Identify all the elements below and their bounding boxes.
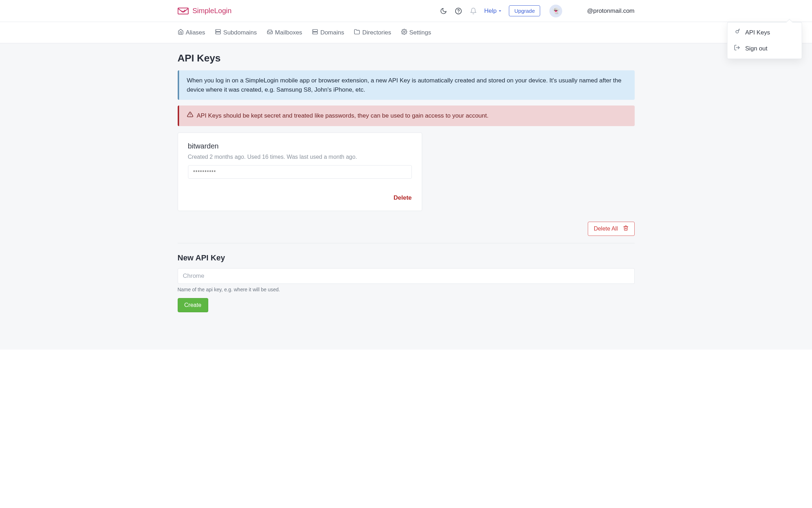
help-label: Help — [484, 7, 497, 15]
divider — [178, 243, 635, 243]
help-circle-icon[interactable] — [455, 7, 462, 15]
server-icon — [215, 29, 221, 37]
nav-mailboxes-label: Mailboxes — [275, 29, 302, 36]
api-key-name: bitwarden — [188, 142, 412, 150]
sign-out-icon — [734, 44, 740, 53]
dropdown-item-api-keys[interactable]: API Keys — [727, 25, 802, 40]
key-icon — [734, 28, 740, 37]
api-key-name-hint: Name of the api key, e.g. where it will … — [178, 287, 635, 292]
home-icon — [178, 29, 184, 37]
nav-settings-label: Settings — [409, 29, 431, 36]
create-button[interactable]: Create — [178, 298, 208, 312]
inbox-icon — [267, 29, 273, 37]
svg-point-11 — [403, 31, 405, 32]
new-api-key-title: New API Key — [178, 253, 635, 263]
dark-mode-icon[interactable] — [440, 7, 447, 15]
nav-settings[interactable]: Settings — [401, 29, 431, 37]
nav-directories-label: Directories — [362, 29, 391, 36]
nav-mailboxes[interactable]: Mailboxes — [267, 29, 302, 37]
delete-all-label: Delete All — [594, 226, 618, 232]
api-key-meta: Created 2 months ago. Used 16 times. Was… — [188, 154, 412, 160]
api-key-name-input[interactable] — [178, 268, 635, 284]
dropdown-item-sign-out[interactable]: Sign out — [727, 40, 802, 56]
gear-icon — [401, 29, 407, 37]
alert-triangle-icon — [187, 111, 193, 120]
delete-key-button[interactable]: Delete — [393, 194, 412, 201]
delete-all-button[interactable]: Delete All — [588, 222, 635, 236]
user-email[interactable]: @protonmail.com — [587, 7, 634, 15]
user-dropdown: API Keys Sign out — [727, 22, 802, 59]
folder-icon — [354, 29, 360, 37]
top-header: SimpleLogin Help Upgrade 👻 @protonmail.c… — [0, 0, 812, 22]
logo-icon — [178, 7, 190, 15]
nav-domains-label: Domains — [320, 29, 344, 36]
nav-aliases-label: Aliases — [186, 29, 205, 36]
dropdown-api-keys-label: API Keys — [745, 29, 770, 36]
alert-info: When you log in on a SimpleLogin mobile … — [178, 70, 635, 100]
caret-down-icon — [498, 7, 502, 15]
brand-name: SimpleLogin — [193, 7, 232, 15]
dropdown-sign-out-label: Sign out — [745, 45, 767, 52]
nav-subdomains-label: Subdomains — [223, 29, 257, 36]
api-key-card: bitwarden Created 2 months ago. Used 16 … — [178, 133, 422, 211]
help-link[interactable]: Help — [484, 7, 502, 15]
alert-warning-text: API Keys should be kept secret and treat… — [197, 111, 489, 120]
nav-subdomains[interactable]: Subdomains — [215, 29, 257, 37]
alert-warning: API Keys should be kept secret and treat… — [178, 106, 635, 126]
nav-tabs: Aliases Subdomains Mailboxes Domains Dir… — [0, 22, 812, 43]
bell-icon[interactable] — [469, 7, 477, 15]
avatar[interactable]: 👻 — [549, 5, 562, 17]
nav-aliases[interactable]: Aliases — [178, 29, 205, 37]
api-key-value-masked[interactable]: ********** — [188, 165, 412, 179]
brand-logo[interactable]: SimpleLogin — [178, 7, 232, 15]
page-title: API Keys — [178, 53, 635, 64]
upgrade-button[interactable]: Upgrade — [509, 5, 540, 16]
nav-domains[interactable]: Domains — [312, 29, 344, 37]
server-icon — [312, 29, 318, 37]
trash-icon — [623, 225, 629, 232]
nav-directories[interactable]: Directories — [354, 29, 391, 37]
main-content: API Keys When you log in on a SimpleLogi… — [0, 43, 812, 350]
